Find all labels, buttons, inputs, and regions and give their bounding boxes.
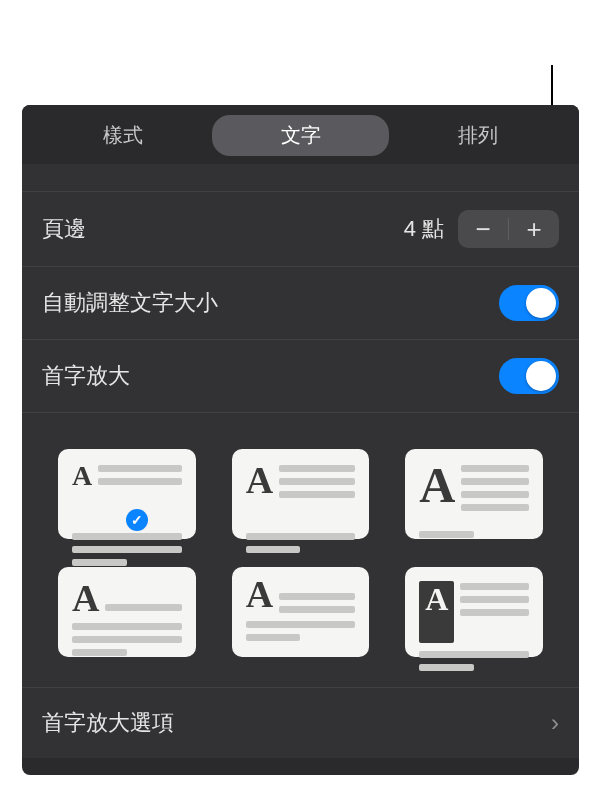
drop-cap-options-label: 首字放大選項 <box>42 708 551 738</box>
dropcap-style-6[interactable]: A <box>405 567 543 657</box>
drop-cap-row: 首字放大 <box>22 340 579 413</box>
margin-decrease-button[interactable]: − <box>458 210 508 248</box>
preview-lines-below <box>246 531 356 553</box>
letter-a-icon: A <box>419 463 455 525</box>
auto-shrink-toggle[interactable] <box>499 285 559 321</box>
preview-lines <box>279 581 355 613</box>
letter-a-icon: A <box>72 463 92 525</box>
auto-shrink-row: 自動調整文字大小 <box>22 267 579 340</box>
margin-value: 4 點 <box>404 214 444 244</box>
preview-lines <box>279 463 355 525</box>
preview-lines <box>461 463 529 525</box>
drop-cap-style-grid: A ✓ A <box>22 413 579 688</box>
preview-lines-below <box>246 619 356 641</box>
preview-lines-below <box>72 531 182 566</box>
letter-a-icon: A <box>72 581 99 615</box>
preview-lines-below <box>419 529 529 538</box>
auto-shrink-label: 自動調整文字大小 <box>42 288 499 318</box>
margin-row: 頁邊 4 點 − + <box>22 192 579 267</box>
letter-a-icon: A <box>246 577 273 613</box>
margin-label: 頁邊 <box>42 214 404 244</box>
dropcap-style-1[interactable]: A ✓ <box>58 449 196 539</box>
panel-tabs: 樣式 文字 排列 <box>22 105 579 164</box>
margin-stepper: − + <box>458 210 559 248</box>
drop-cap-toggle[interactable] <box>499 358 559 394</box>
letter-a-icon: A <box>246 463 273 525</box>
dropcap-style-3[interactable]: A <box>405 449 543 539</box>
dropcap-style-2[interactable]: A <box>232 449 370 539</box>
tab-style[interactable]: 樣式 <box>34 115 212 156</box>
toggle-knob <box>526 288 556 318</box>
checkmark-icon: ✓ <box>126 509 148 531</box>
format-panel: 樣式 文字 排列 頁邊 4 點 − + 自動調整文字大小 <box>22 105 579 775</box>
preview-line <box>105 604 181 611</box>
chevron-right-icon: › <box>551 709 559 737</box>
text-panel-content: 頁邊 4 點 − + 自動調整文字大小 首字放大 <box>22 164 579 758</box>
letter-a-icon: A <box>425 585 448 614</box>
preview-lines <box>460 581 529 643</box>
dropcap-style-4[interactable]: A <box>58 567 196 657</box>
tab-text[interactable]: 文字 <box>212 115 390 156</box>
drop-cap-label: 首字放大 <box>42 361 499 391</box>
toggle-knob <box>526 361 556 391</box>
dropcap-style-5[interactable]: A <box>232 567 370 657</box>
preview-lines-below <box>72 621 182 656</box>
preview-lines-below <box>419 649 529 671</box>
inverted-letter-box: A <box>419 581 454 643</box>
margin-increase-button[interactable]: + <box>509 210 559 248</box>
tab-arrange[interactable]: 排列 <box>389 115 567 156</box>
partial-row-above <box>22 164 579 192</box>
drop-cap-options-row[interactable]: 首字放大選項 › <box>22 688 579 758</box>
